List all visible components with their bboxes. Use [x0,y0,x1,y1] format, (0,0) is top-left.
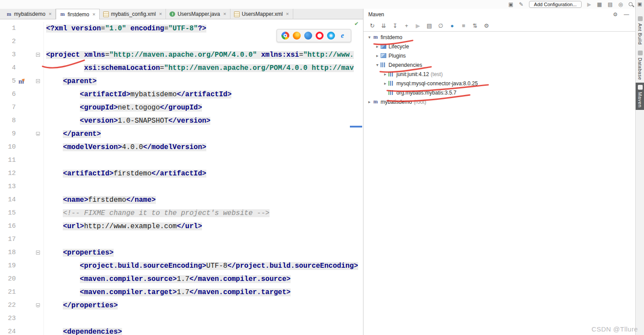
tree-right-arrow-icon[interactable]: ▸ [374,53,381,58]
ie-browser-icon[interactable] [338,32,346,40]
code-line-23[interactable]: 23 [0,312,363,325]
close-tab-icon[interactable]: ✕ [286,12,289,16]
download-sources-icon[interactable]: ↧ [392,22,399,29]
stripe-item-database[interactable]: Database [636,48,644,82]
close-tab-icon[interactable]: ✕ [223,12,227,16]
code-line-6[interactable]: 6 <artifactId>mybatisdemo</artifactId> [0,88,363,101]
maven-tree-item-Lifecycle[interactable]: ▸Lifecycle [363,42,635,51]
fold-marker[interactable] [36,132,40,136]
code-chunk: <artifactId>firstdemo</artifactId> [63,170,206,178]
add-maven-project-icon[interactable]: + [403,22,410,29]
edge-browser-icon[interactable] [304,32,312,40]
maven-tree-item-firstdemo[interactable]: ▾firstdemo [363,33,635,42]
gutter: 16 [0,220,44,233]
settings-icon[interactable]: ⚙ [483,22,490,29]
code-line-7[interactable]: 7 <groupId>net.togogo</groupId> [0,101,363,114]
code-line-15[interactable]: 15 <!-- FIXME change it to the project's… [0,207,363,220]
code-line-10[interactable]: 10 <modelVersion>4.0.0</modelVersion> [0,141,363,154]
generate-sources-icon[interactable]: ⇊ [380,22,387,29]
edit-configurations-icon[interactable]: ✎ [519,1,523,8]
hide-icon[interactable]: — [624,11,629,18]
close-tab-icon[interactable]: ✕ [92,12,96,17]
restore-windows-icon[interactable]: ▣ [508,1,513,8]
editor-tab-UsersMapper.java[interactable]: UsersMapper.java✕ [166,9,230,19]
maven-module-icon [6,11,12,17]
code-line-18[interactable]: 18 <properties> [0,246,363,259]
code-line-9[interactable]: 9 </parent> [0,127,363,141]
code-line-14[interactable]: 14 <name>firstdemo</name> [0,193,363,207]
editor-tab-firstdemo[interactable]: firstdemo✕ [56,9,100,19]
token-pln: 1.0-SNAPSHOT [118,117,168,125]
coverage-icon[interactable]: ▦ [597,1,602,8]
stripe-item-ant-build[interactable]: Ant Build [636,14,644,47]
code-text: </properties> [44,299,363,312]
tree-down-arrow-icon[interactable]: ▾ [374,62,381,67]
tree-right-arrow-icon[interactable]: ▸ [382,72,389,76]
chrome-browser-icon[interactable] [281,32,289,40]
code-chunk: <dependencies> [63,328,122,335]
run-icon[interactable]: ▶ [587,1,591,8]
execute-goal-icon[interactable]: ▶ [414,22,421,29]
code-line-5[interactable]: 5m <parent> [0,75,363,88]
tree-down-arrow-icon[interactable]: ▾ [366,35,373,40]
code-line-24[interactable]: 24 <dependencies> [0,325,363,335]
code-line-8[interactable]: 8 <version>1.0-SNAPSHOT</version> [0,114,363,127]
main-toolbar-icons: ▣ ✎ Add Configuration... ▶ ▦ ▤ ◎ [508,0,633,8]
code-text: <name>firstdemo</name> [44,193,363,207]
code-line-20[interactable]: 20 <maven.compiler.source>1.7</maven.com… [0,273,363,286]
fold-marker[interactable] [36,79,40,83]
add-configuration-button[interactable]: Add Configuration... [529,1,581,8]
code-line-13[interactable]: 13 [0,180,363,193]
fold-marker[interactable] [36,53,40,57]
inspections-ok-icon[interactable]: ✔ [354,21,359,27]
maven-tree-item-org.mybatis:mybatis:3.5.7[interactable]: org.mybatis:mybatis:3.5.7 [363,88,635,97]
code-line-16[interactable]: 16 <url>http://www.example.com</url> [0,220,363,233]
expand-collapse-icon[interactable]: ⇅ [471,22,479,29]
record-icon[interactable]: ◎ [619,1,623,8]
maven-tree-item-Dependencies[interactable]: ▾Dependencies [363,60,635,69]
code-line-11[interactable]: 11 [0,154,363,167]
code-line-19[interactable]: 19 <project.build.sourceEncoding>UTF-8</… [0,259,363,273]
firefox-browser-icon[interactable] [293,32,301,40]
tree-right-arrow-icon[interactable]: ▸ [366,99,373,104]
code-line-17[interactable]: 17 [0,233,363,246]
close-tab-icon[interactable]: ✕ [159,12,162,16]
code-line-21[interactable]: 21 <maven.compiler.target>1.7</maven.com… [0,286,363,299]
tree-right-arrow-icon[interactable]: ▸ [382,81,389,86]
tree-right-arrow-icon[interactable]: ▸ [374,44,381,49]
code-text: </parent> [44,127,363,141]
toggle-skip-tests-icon[interactable]: ∅ [437,22,444,29]
stripe-item-maven[interactable]: Maven [636,83,644,110]
code-line-12[interactable]: 12 <artifactId>firstdemo</artifactId> [0,167,363,180]
show-profiles-icon[interactable]: ≡ [460,22,467,29]
code-line-22[interactable]: 22 </properties> [0,299,363,312]
maven-run-gutter-icon[interactable]: m [18,75,24,88]
profiler-icon[interactable]: ▤ [608,1,612,8]
line-number: 13 [0,180,16,193]
editor-tab-mybatisdemo[interactable]: mybatisdemo✕ [3,9,56,19]
code-chunk: <?xml version="1.0" encoding="UTF-8"?> [46,25,206,33]
tool-windows-layout-icon[interactable]: ▣ [637,1,642,7]
fold-marker[interactable] [36,303,40,307]
opera-browser-icon[interactable] [316,32,324,40]
maven-tree-item-mysql:mysql-connector-java:8.0.25[interactable]: ▸mysql:mysql-connector-java:8.0.25 [363,79,635,88]
line-number: 2 [0,35,16,48]
safari-browser-icon[interactable] [327,32,335,40]
maven-tree-item-mybatisdemo[interactable]: ▸mybatisdemo(root) [363,97,635,106]
search-icon[interactable] [629,2,633,6]
refresh-icon[interactable]: ↻ [369,22,376,29]
token-pln: = [101,25,105,33]
code-editor[interactable]: 1<?xml version="1.0" encoding="UTF-8"?>2… [0,19,363,335]
editor-tab-mybatis_config.xml[interactable]: mybatis_config.xml✕ [100,9,166,19]
editor-tab-UsersMapper.xml[interactable]: UsersMapper.xml✕ [230,9,293,19]
token-attr: xmlns:xsi [257,51,299,59]
toggle-offline-icon[interactable]: ● [449,22,456,29]
maven-tree-item-junit:junit:4.12[interactable]: ▸junit:junit:4.12(test) [363,69,635,79]
close-tab-icon[interactable]: ✕ [48,12,52,16]
fold-marker[interactable] [36,251,40,255]
code-line-3[interactable]: 3<project xmlns="http://maven.apache.org… [0,48,363,62]
maven-tree-item-Plugins[interactable]: ▸Plugins [363,51,635,60]
code-line-4[interactable]: 4 xsi:schemaLocation="http://maven.apach… [0,62,363,75]
run-configuration-icon[interactable]: ▤ [426,22,433,29]
gear-icon[interactable]: ⚙ [613,11,618,18]
